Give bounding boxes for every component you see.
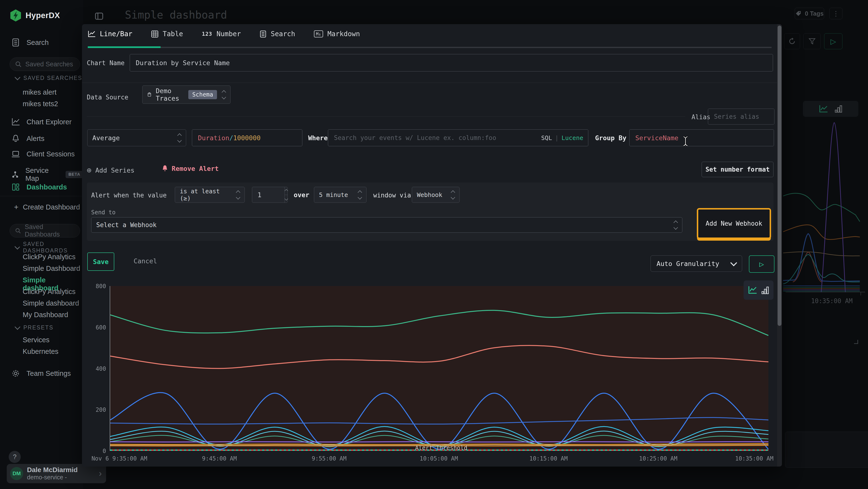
saved-searches-header[interactable]: SAVED SEARCHES: [16, 75, 82, 81]
tab-underline-active: [88, 46, 161, 48]
alias-placeholder[interactable]: [708, 113, 774, 120]
chart-type-toggle[interactable]: [744, 281, 774, 300]
scrollbar-thumb[interactable]: [778, 26, 781, 326]
schema-badge[interactable]: Schema: [188, 90, 217, 99]
bell-icon: [11, 134, 20, 143]
aggregation-value: Average: [92, 134, 120, 142]
sidebar-item-alerts[interactable]: Alerts: [11, 134, 44, 143]
preview-run-button[interactable]: ▷: [749, 255, 774, 273]
page: Simple dashboard 0 Tags ⋮ ▷: [0, 0, 868, 489]
save-button[interactable]: Save: [87, 253, 114, 271]
saved-search-item[interactable]: mikes tets2: [23, 100, 58, 108]
sidebar-item-chart-explorer[interactable]: Chart Explorer: [11, 118, 72, 126]
x-tick-label: 10:25:00 AM: [627, 455, 689, 462]
saved-searches-input[interactable]: Saved Searches: [10, 57, 80, 71]
alert-channel-select[interactable]: Webhook: [412, 187, 460, 203]
line-chart-icon: [748, 286, 757, 294]
alert-window-select[interactable]: 5 minute: [314, 187, 367, 203]
brand-logo[interactable]: HyperDX: [10, 9, 60, 22]
resize-handle[interactable]: [854, 340, 858, 344]
add-series-button[interactable]: ⊕ Add Series: [87, 166, 134, 175]
dashboard-item[interactable]: Simple Dashboard: [23, 264, 80, 272]
dashboard-item[interactable]: ClickPy Analytics: [23, 288, 75, 296]
preset-item[interactable]: Services: [23, 336, 50, 344]
chart-type-tabs: Line/Bar Table 123 Number Search M↓ Mark…: [88, 30, 360, 38]
saved-search-item[interactable]: mikes alert: [23, 88, 56, 96]
condition-value: is at least (≥): [180, 188, 232, 202]
divider: [0, 196, 83, 196]
alert-condition-select[interactable]: is at least (≥): [175, 187, 245, 203]
add-new-webhook-button[interactable]: Add New Webhook: [697, 208, 771, 239]
set-number-format-button[interactable]: Set number format: [702, 162, 774, 177]
remove-alert-button[interactable]: Remove Alert: [161, 165, 219, 172]
sidebar-item-label: Dashboards: [27, 183, 67, 191]
data-source-label: Data Source: [87, 94, 128, 101]
over-label: over: [294, 191, 309, 199]
preview-chart-plot[interactable]: [110, 286, 768, 451]
create-dashboard-label: Create Dashboard: [23, 203, 80, 211]
saved-dashboards-input[interactable]: Saved Dashboards: [10, 224, 80, 237]
chart-type-toggle[interactable]: [803, 101, 858, 117]
lucene-toggle[interactable]: Lucene: [562, 135, 583, 141]
background-dashboard-tile: 10:35:00 AM: [783, 0, 868, 489]
webhook-select[interactable]: Select a Webhook: [91, 217, 682, 233]
line-chart-icon: [88, 30, 95, 38]
y-tick-label: 400: [84, 366, 106, 372]
tab-table[interactable]: Table: [151, 30, 183, 38]
sidebar-item-search[interactable]: Search: [11, 38, 49, 47]
user-org: demo-service -: [27, 473, 78, 481]
search-icon: [15, 61, 22, 67]
tab-line-bar[interactable]: Line/Bar: [88, 30, 132, 38]
play-icon: ▷: [759, 259, 764, 269]
sidebar-item-label: Search: [27, 39, 49, 47]
sidebar-item-team-settings[interactable]: Team Settings: [11, 369, 71, 377]
alias-input[interactable]: [708, 109, 774, 124]
alert-prefix-label: Alert when the value: [91, 192, 166, 199]
alert-value-input[interactable]: [252, 187, 288, 203]
sidebar-item-service-map[interactable]: Service Map BETA: [11, 167, 83, 182]
sql-toggle[interactable]: SQL: [541, 135, 552, 141]
group-by-value[interactable]: [629, 134, 774, 142]
tab-search[interactable]: Search: [260, 30, 295, 38]
where-placeholder[interactable]: [328, 134, 541, 141]
alert-value[interactable]: [252, 191, 284, 199]
tab-underline: [88, 47, 772, 48]
saved-searches-placeholder: Saved Searches: [25, 61, 73, 68]
tab-markdown[interactable]: M↓ Markdown: [314, 30, 360, 38]
data-source-select[interactable]: Demo Traces Schema: [142, 85, 230, 104]
x-tick-label: Nov 6 9:35:00 AM: [82, 455, 160, 462]
chart-name-label: Chart Name: [87, 59, 125, 67]
aggregation-select[interactable]: Average: [87, 130, 186, 146]
add-series-label: Add Series: [95, 167, 134, 174]
cancel-button[interactable]: Cancel: [133, 257, 157, 265]
sidebar-item-dashboards[interactable]: Dashboards: [11, 183, 67, 191]
group-by-input[interactable]: [629, 130, 774, 146]
field-expression-input[interactable]: Duration/1000000: [192, 130, 302, 146]
chevron-down-icon: [730, 259, 737, 266]
dashboard-item[interactable]: My Dashboard: [23, 311, 68, 319]
create-dashboard-button[interactable]: + Create Dashboard: [14, 203, 80, 212]
dashboard-item[interactable]: ClickPy Analytics: [23, 253, 75, 261]
preset-item[interactable]: Kubernetes: [23, 348, 58, 355]
user-card[interactable]: DM Dale McDiarmid demo-service - ›: [7, 464, 106, 483]
sidebar-collapse-button[interactable]: [94, 11, 104, 21]
help-icon: ?: [13, 453, 17, 461]
brand-name: HyperDX: [26, 11, 60, 20]
group-by-label: Group By: [595, 134, 626, 142]
series-line-blue: [110, 418, 768, 424]
where-input[interactable]: SQL | Lucene: [328, 130, 588, 146]
sidebar-item-client-sessions[interactable]: Client Sessions: [11, 150, 75, 158]
chart-name-input[interactable]: [130, 54, 773, 71]
gear-icon: [11, 369, 20, 377]
saved-dashboards-header[interactable]: SAVED DASHBOARDS: [16, 241, 83, 254]
tab-number[interactable]: 123 Number: [202, 30, 241, 38]
alias-label: Alias: [691, 113, 710, 121]
number-stepper[interactable]: [284, 187, 288, 202]
x-tick-label: 10:05:00 AM: [407, 455, 470, 462]
modal-scrollbar[interactable]: [777, 24, 782, 466]
dashboard-item[interactable]: Simple dashboard: [23, 299, 79, 307]
presets-header[interactable]: PRESETS: [16, 324, 54, 331]
help-button[interactable]: ?: [9, 451, 21, 463]
chart-name-value[interactable]: [130, 59, 773, 67]
granularity-select[interactable]: Auto Granularity: [651, 255, 742, 272]
